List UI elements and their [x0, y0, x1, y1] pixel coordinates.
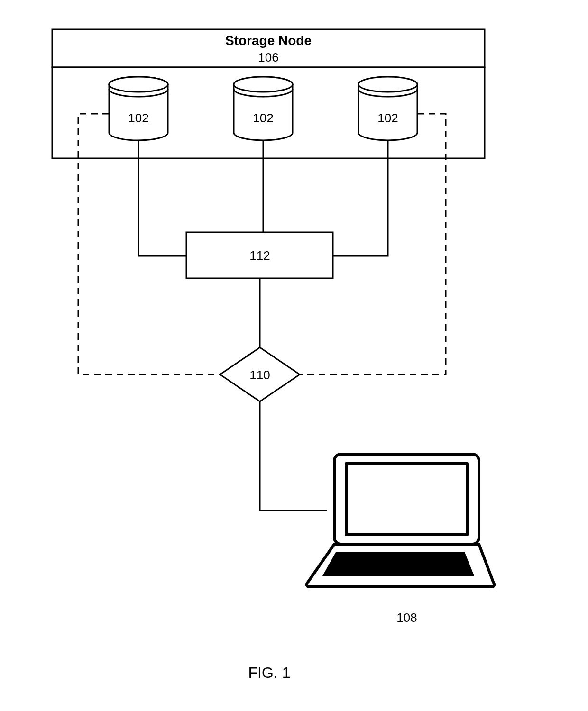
disk-3-id: 102 [377, 111, 398, 125]
disk-1-id: 102 [128, 111, 148, 125]
storage-node-id: 106 [258, 50, 278, 64]
laptop-icon [307, 454, 494, 587]
diamond-110: 110 [220, 347, 300, 401]
disk-1: 102 [109, 77, 168, 140]
svg-point-5 [358, 77, 417, 92]
storage-node-title: Storage Node [225, 33, 312, 48]
disk-3: 102 [358, 77, 417, 140]
svg-rect-8 [346, 464, 467, 535]
box-112-id: 112 [249, 248, 270, 263]
svg-point-1 [109, 77, 168, 92]
diamond-110-id: 110 [249, 368, 270, 382]
figure-label: FIG. 1 [248, 664, 291, 681]
disk-2-id: 102 [253, 111, 273, 125]
disk-2: 102 [234, 77, 293, 140]
laptop-id: 108 [396, 611, 417, 625]
diagram-canvas: Storage Node 106 102 102 102 112 110 [0, 0, 588, 711]
svg-point-3 [234, 77, 293, 92]
box-112: 112 [186, 232, 333, 278]
